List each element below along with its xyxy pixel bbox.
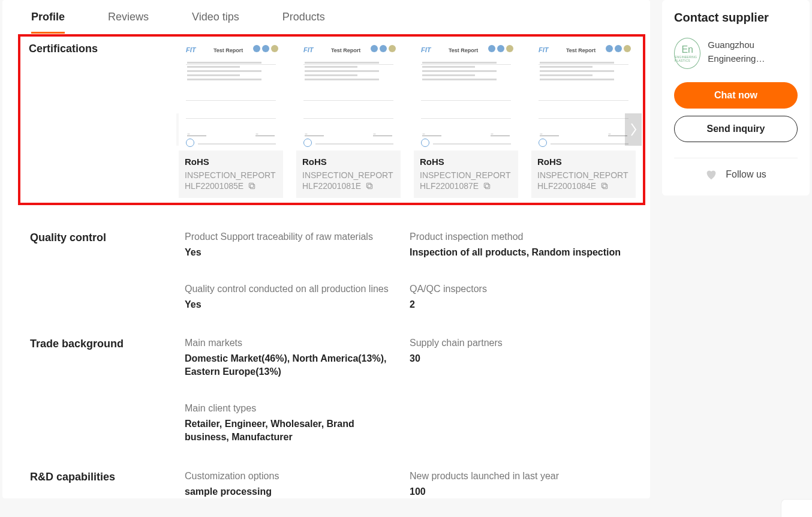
rd-customization-label: Customization options <box>185 471 398 482</box>
qc-all-lines-value: Yes <box>185 298 398 311</box>
tab-profile[interactable]: Profile <box>31 11 65 34</box>
divider <box>674 158 798 158</box>
trade-client-types-label: Main client types <box>185 403 398 414</box>
certification-card[interactable]: FIT Test Report ~~ RoHS INSPECTION_REPOR… <box>414 41 518 198</box>
contact-supplier-panel: Contact supplier En ENGINEERING PLASTICS… <box>662 0 810 196</box>
section-heading-quality-control: Quality control <box>30 232 182 311</box>
certifications-heading: Certifications <box>29 41 167 55</box>
copy-icon[interactable] <box>482 181 492 191</box>
svg-rect-4 <box>485 185 489 189</box>
contact-supplier-title: Contact supplier <box>674 11 798 25</box>
certification-code: HLF22001087E <box>420 181 479 191</box>
trade-supply-chain-label: Supply chain partners <box>410 338 622 348</box>
certifications-section: Certifications FIT Test Report ~~ RoHS I… <box>18 34 645 205</box>
trade-background-section: Trade background Main marketsDomestic Ma… <box>2 311 650 444</box>
certificate-thumbnail[interactable]: FIT Test Report ~~ <box>296 41 401 151</box>
certification-title: RoHS <box>296 157 401 169</box>
qc-all-lines-label: Quality control conducted on all product… <box>185 284 398 294</box>
trade-supply-chain-value: 30 <box>410 352 622 365</box>
qc-inspection-method-label: Product inspection method <box>410 232 622 242</box>
svg-rect-6 <box>603 185 607 189</box>
certification-code: HLF22001085E <box>185 181 243 191</box>
send-inquiry-button[interactable]: Send inquiry <box>674 116 798 142</box>
certification-title: RoHS <box>414 157 518 169</box>
rd-capabilities-section: R&D capabilities Customization optionssa… <box>2 444 650 498</box>
doc-brand: FIT <box>186 46 196 53</box>
qc-traceability-label: Product Support traceability of raw mate… <box>185 232 398 242</box>
certification-carousel: FIT Test Report ~~ RoHS INSPECTION_REPOR… <box>179 41 639 198</box>
follow-us-button[interactable]: Follow us <box>674 169 798 180</box>
rd-new-products-label: New products launched in last year <box>410 471 622 482</box>
svg-rect-3 <box>366 184 371 188</box>
trade-main-markets-label: Main markets <box>185 338 398 348</box>
qc-inspectors-label: QA/QC inspectors <box>410 284 622 294</box>
supplier-name[interactable]: Guangzhou Engineering… <box>708 38 798 66</box>
heart-icon <box>705 169 717 180</box>
svg-rect-1 <box>249 184 253 188</box>
carousel-next-button[interactable] <box>625 113 642 146</box>
certification-card[interactable]: FIT Test Report ~~ RoHS INSPECTION_REPOR… <box>179 41 283 198</box>
certification-title: RoHS <box>179 157 283 169</box>
qc-traceability-value: Yes <box>185 246 398 259</box>
certification-subtitle: INSPECTION_REPORT <box>531 169 636 181</box>
rd-new-products-value: 100 <box>410 485 622 498</box>
section-heading-rd-capabilities: R&D capabilities <box>30 471 182 498</box>
qc-inspection-method-value: Inspection of all products, Random inspe… <box>410 246 622 259</box>
certification-subtitle: INSPECTION_REPORT <box>296 169 401 181</box>
copy-icon[interactable] <box>365 181 374 191</box>
tab-products[interactable]: Products <box>282 11 325 34</box>
certificate-thumbnail[interactable]: FIT Test Report ~~ <box>531 41 636 151</box>
certification-code: HLF22001081E <box>302 181 361 191</box>
certification-subtitle: INSPECTION_REPORT <box>414 169 518 181</box>
quality-control-section: Quality control Product Support traceabi… <box>2 205 650 311</box>
certification-title: RoHS <box>531 157 636 169</box>
qc-inspectors-value: 2 <box>410 298 622 311</box>
certificate-thumbnail[interactable]: FIT Test Report ~~ <box>179 41 283 151</box>
chat-now-button[interactable]: Chat now <box>674 82 798 109</box>
certification-card[interactable]: FIT Test Report ~~ RoHS INSPECTION_REPOR… <box>296 41 401 198</box>
copy-icon[interactable] <box>600 181 609 191</box>
doc-title: Test Report <box>213 47 243 53</box>
certificate-thumbnail[interactable]: FIT Test Report ~~ <box>414 41 518 151</box>
svg-rect-2 <box>368 185 372 189</box>
certification-card[interactable]: FIT Test Report ~~ RoHS INSPECTION_REPOR… <box>531 41 636 198</box>
supplier-logo: En ENGINEERING PLASTICS <box>674 38 700 69</box>
section-heading-trade-background: Trade background <box>30 338 182 444</box>
copy-icon[interactable] <box>247 181 257 191</box>
svg-rect-7 <box>602 184 606 188</box>
svg-rect-0 <box>250 185 254 189</box>
certification-subtitle: INSPECTION_REPORT <box>179 169 283 181</box>
chat-widget-corner[interactable] <box>781 499 812 517</box>
tab-video-tips[interactable]: Video tips <box>192 11 239 34</box>
tab-reviews[interactable]: Reviews <box>108 11 149 34</box>
svg-rect-5 <box>484 184 488 188</box>
rd-customization-value: sample processing <box>185 485 398 498</box>
certification-code: HLF22001084E <box>537 181 596 191</box>
trade-client-types-value: Retailer, Engineer, Wholesaler, Brand bu… <box>185 417 398 444</box>
trade-main-markets-value: Domestic Market(46%), North America(13%)… <box>185 352 398 379</box>
